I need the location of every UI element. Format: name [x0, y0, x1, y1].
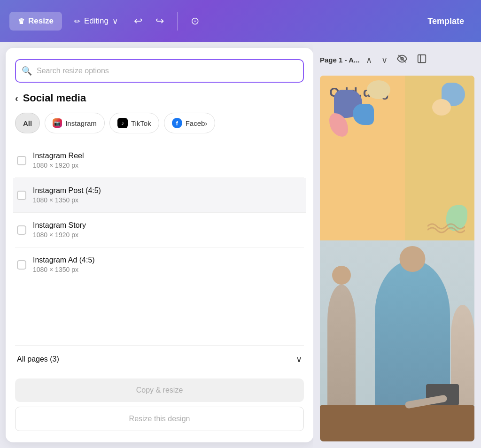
background-group	[320, 240, 474, 441]
header-divider	[177, 12, 178, 31]
resize-item-instagram-post[interactable]: Instagram Post (4:5) 1080 × 1350 px	[13, 178, 306, 213]
table-surface	[320, 405, 474, 441]
cloud-save-button[interactable]: ⊙	[187, 11, 203, 31]
search-container: 🔍	[15, 59, 304, 83]
resize-item-dims-story: 1080 × 1920 px	[33, 231, 86, 239]
all-pages-chevron-icon: ∨	[296, 354, 302, 364]
page-up-button[interactable]: ∧	[363, 53, 375, 67]
filter-tiktok[interactable]: ♪ TikTok	[109, 113, 159, 133]
filter-instagram-label: Instagram	[65, 119, 97, 127]
copy-resize-button[interactable]: Copy & resize	[15, 378, 304, 402]
page-navigator: Page 1 - A... ∧ ∨	[320, 49, 474, 71]
resize-item-name-story: Instagram Story	[33, 221, 86, 230]
canvas-preview: Odd.dog	[320, 76, 474, 441]
page-label: Page 1 - A...	[320, 56, 359, 64]
action-buttons: Copy & resize Resize this design	[15, 378, 304, 431]
back-icon[interactable]: ‹	[15, 93, 18, 104]
page-down-button[interactable]: ∨	[379, 53, 390, 67]
editing-label: Editing	[84, 16, 109, 26]
filter-instagram[interactable]: 📷 Instagram	[45, 113, 105, 133]
filter-facebook-label: Faceb›	[186, 119, 208, 127]
resize-item-instagram-ad[interactable]: Instagram Ad (4:5) 1080 × 1350 px	[15, 247, 304, 282]
resize-item-name-post: Instagram Post (4:5)	[33, 186, 101, 195]
filter-all-label: All	[23, 119, 32, 127]
header: ♛ Resize ✏ Editing ∨ ↩ ↪ ⊙ Template	[0, 0, 481, 42]
resize-item-info-story: Instagram Story 1080 × 1920 px	[33, 221, 86, 239]
all-pages-toggle[interactable]: All pages (3) ∨	[15, 345, 304, 373]
art-block-left	[320, 76, 405, 240]
resize-item-name-reel: Instagram Reel	[33, 152, 84, 160]
resize-item-info-ad: Instagram Ad (4:5) 1080 × 1350 px	[33, 256, 95, 273]
resize-options-list: Instagram Reel 1080 × 1920 px Instagram …	[15, 143, 304, 345]
undo-button[interactable]: ↩	[130, 11, 146, 31]
page-options-button[interactable]	[414, 52, 430, 68]
template-button[interactable]: Template	[420, 12, 472, 31]
crown-icon: ♛	[18, 17, 24, 26]
resize-item-instagram-story[interactable]: Instagram Story 1080 × 1920 px	[15, 213, 304, 247]
checkbox-instagram-reel[interactable]	[17, 156, 26, 165]
resize-label: Resize	[28, 16, 54, 26]
resize-design-button[interactable]: Resize this design	[15, 407, 304, 431]
instagram-icon: 📷	[53, 118, 62, 128]
section-header: ‹ Social media	[15, 92, 304, 104]
resize-item-instagram-reel[interactable]: Instagram Reel 1080 × 1920 px	[15, 143, 304, 178]
section-title: Social media	[23, 92, 86, 104]
resize-item-dims-ad: 1080 × 1350 px	[33, 266, 95, 273]
canvas-panel: Page 1 - A... ∧ ∨	[313, 42, 481, 448]
filter-tiktok-label: TikTok	[131, 119, 151, 127]
eye-button[interactable]	[394, 52, 410, 68]
blob-2	[353, 104, 374, 125]
filter-pills: All 📷 Instagram ♪ TikTok f Faceb›	[15, 113, 304, 133]
resize-button[interactable]: ♛ Resize	[9, 12, 62, 31]
all-pages-label: All pages (3)	[17, 355, 59, 363]
tiktok-icon: ♪	[117, 118, 128, 128]
person-head	[399, 246, 425, 272]
main-content: 🔍 ‹ Social media All 📷 Instagram ♪ TikTo…	[0, 42, 481, 448]
chevron-down-icon: ∨	[112, 16, 118, 26]
search-icon: 🔍	[22, 66, 32, 76]
redo-button[interactable]: ↪	[152, 11, 168, 31]
checkbox-instagram-post[interactable]	[17, 191, 26, 200]
resize-item-info-reel: Instagram Reel 1080 × 1920 px	[33, 152, 84, 169]
editing-button[interactable]: ✏ Editing ∨	[68, 12, 124, 31]
svg-rect-2	[418, 55, 426, 63]
checkbox-instagram-story[interactable]	[17, 225, 26, 235]
blob-3	[367, 80, 390, 99]
facebook-icon: f	[172, 118, 182, 128]
filter-facebook[interactable]: f Faceb›	[164, 113, 216, 133]
pencil-icon: ✏	[74, 17, 80, 26]
resize-item-info-post: Instagram Post (4:5) 1080 × 1350 px	[33, 186, 101, 204]
resize-panel: 🔍 ‹ Social media All 📷 Instagram ♪ TikTo…	[6, 48, 313, 442]
resize-item-dims-reel: 1080 × 1920 px	[33, 162, 84, 169]
resize-item-name-ad: Instagram Ad (4:5)	[33, 256, 95, 264]
checkbox-instagram-ad[interactable]	[17, 260, 26, 270]
canvas-art-section: Odd.dog	[320, 76, 474, 240]
search-input[interactable]	[15, 59, 304, 83]
resize-item-dims-post: 1080 × 1350 px	[33, 196, 101, 204]
filter-all[interactable]: All	[15, 113, 40, 133]
canvas-photo-section	[320, 240, 474, 441]
